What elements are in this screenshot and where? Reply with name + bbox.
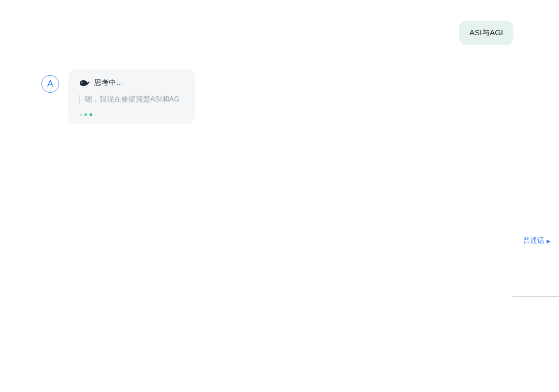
assistant-avatar	[41, 75, 59, 93]
language-switch[interactable]: 普通话 ▶	[523, 236, 551, 245]
right-panel-divider	[512, 296, 559, 297]
avatar-icon	[46, 80, 54, 89]
chat-area: ASI与AGI 思考中… 嗯，我现在要搞清楚ASI和AG	[0, 0, 559, 392]
thinking-label: 思考中…	[94, 78, 123, 88]
assistant-message-row: 思考中… 嗯，我现在要搞清楚ASI和AG	[41, 69, 195, 124]
loading-dot	[80, 114, 82, 116]
whale-icon	[79, 79, 89, 87]
thinking-header: 思考中…	[79, 78, 184, 88]
language-label: 普通话	[523, 236, 544, 245]
loading-dot	[90, 113, 92, 116]
loading-dot	[84, 113, 87, 116]
loading-dots	[80, 113, 184, 116]
thinking-preview-text: 嗯，我现在要搞清楚ASI和AG	[79, 95, 184, 104]
caret-right-icon: ▶	[547, 238, 551, 244]
svg-point-0	[81, 82, 82, 83]
thinking-box: 思考中… 嗯，我现在要搞清楚ASI和AG	[68, 69, 195, 124]
user-message-text: ASI与AGI	[469, 28, 503, 37]
user-message-bubble: ASI与AGI	[459, 21, 513, 45]
